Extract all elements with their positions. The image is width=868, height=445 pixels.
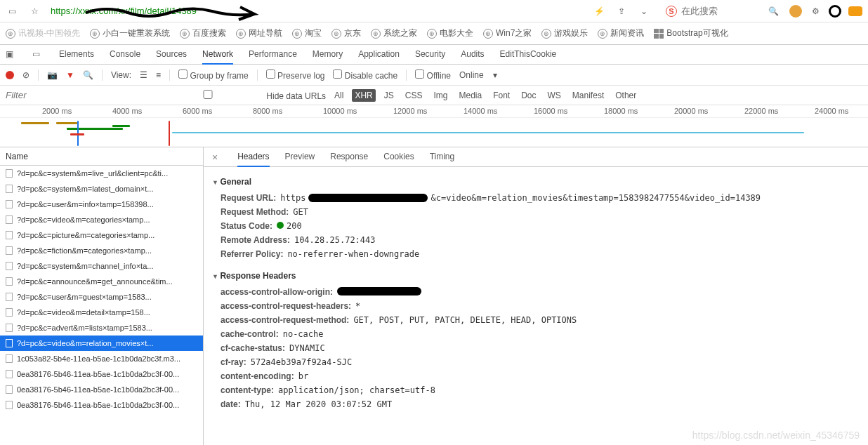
bookmark-item[interactable]: ⊕小白一键重装系统 <box>90 27 170 39</box>
view-label: View: <box>111 70 131 80</box>
request-item[interactable]: ?d=pc&c=user&m=info×tamp=158398... <box>0 197 203 212</box>
bookmark-item[interactable]: ⊕游戏娱乐 <box>541 27 588 39</box>
search-input[interactable] <box>681 6 751 16</box>
filter-type-other[interactable]: Other <box>612 89 639 102</box>
view-small-icon[interactable]: ≡ <box>156 70 161 80</box>
chevron-down-icon[interactable]: ⌄ <box>638 5 650 18</box>
response-header-row: access-control-request-method:GET, POST,… <box>212 313 860 327</box>
devtools-tab-network[interactable]: Network <box>202 45 233 65</box>
filter-type-manifest[interactable]: Manifest <box>570 89 607 102</box>
filter-type-font[interactable]: Font <box>490 89 513 102</box>
sogou-icon: S <box>666 6 677 17</box>
request-details: × HeadersPreviewResponseCookiesTiming Ge… <box>204 147 868 445</box>
request-item[interactable]: 0ea38176-5b46-11ea-b5ae-1c1b0da2bc3f-00.… <box>0 397 203 413</box>
timeline-mark: 10000 ms <box>323 107 357 115</box>
close-icon[interactable]: × <box>212 152 218 163</box>
request-item[interactable]: ?d=pc&c=video&m=relation_movies×t... <box>0 336 203 351</box>
bookmark-item[interactable]: ⊕淘宝 <box>292 27 322 39</box>
devtools-tab-console[interactable]: Console <box>110 45 140 64</box>
url-bar[interactable]: https://xxxx.com/xx/film/detail/14389 <box>51 6 197 16</box>
bookmark-item[interactable]: ⊕Win7之家 <box>483 27 532 39</box>
row-request-url: Request URL: https&c=video&m=relation_mo… <box>212 191 860 205</box>
filter-type-all[interactable]: All <box>331 89 346 102</box>
request-list-header[interactable]: Name <box>0 147 203 166</box>
offline-checkbox[interactable]: Offline <box>415 69 451 81</box>
cookie-icon[interactable] <box>789 5 802 18</box>
bookmark-item[interactable]: ⊕网址导航 <box>236 27 282 39</box>
filter-type-media[interactable]: Media <box>456 89 485 102</box>
bolt-icon[interactable]: ⚡ <box>593 5 605 18</box>
response-header-row: cf-ray:572a4eb39a7f92a4-SJC <box>212 355 860 369</box>
bookmark-item[interactable]: ⊕新闻资讯 <box>598 27 644 39</box>
inspect-icon[interactable]: ▣ <box>6 49 17 60</box>
details-tab-response[interactable]: Response <box>330 147 368 166</box>
request-item[interactable]: 0ea38176-5b46-11ea-b5ae-1c1b0da2bc3f-00.… <box>0 366 203 382</box>
filter-type-css[interactable]: CSS <box>402 89 426 102</box>
filter-type-xhr[interactable]: XHR <box>352 89 375 102</box>
request-item[interactable]: 1c053a82-5b4e-11ea-b5ae-1c1b0da2bc3f.m3.… <box>0 351 203 366</box>
game-icon[interactable] <box>848 6 862 16</box>
timeline-mark: 8000 ms <box>253 107 282 115</box>
request-item[interactable]: ?d=pc&c=picture&m=categories×tamp... <box>0 227 203 243</box>
request-item[interactable]: ?d=pc&c=video&m=detail×tamp=158... <box>0 305 203 320</box>
devtools-tab-application[interactable]: Application <box>358 45 400 64</box>
request-item[interactable]: ?d=pc&c=system&m=live_url&client=pc&ti..… <box>0 166 203 181</box>
filter-type-doc[interactable]: Doc <box>518 89 539 102</box>
details-tab-cookies[interactable]: Cookies <box>383 147 414 166</box>
group-by-frame-checkbox[interactable]: Group by frame <box>178 69 249 81</box>
bookmark-item[interactable]: ⊕电影大全 <box>427 27 473 39</box>
gear-icon[interactable]: ⚙ <box>809 5 822 18</box>
request-item[interactable]: 0ea38176-5b46-11ea-b5ae-1c1b0da2bc3f-00.… <box>0 382 203 397</box>
timeline[interactable]: 2000 ms4000 ms6000 ms8000 ms10000 ms1200… <box>0 105 868 147</box>
request-item[interactable]: ?d=pc&c=video&m=categories×tamp... <box>0 212 203 227</box>
section-general[interactable]: General <box>212 177 860 187</box>
throttle-select[interactable]: Online ▾ <box>459 70 497 80</box>
bookmark-item[interactable]: ⊕百度搜索 <box>180 27 226 39</box>
filter-input[interactable] <box>6 90 118 100</box>
request-item[interactable]: ?d=pc&c=advert&m=lists×tamp=1583... <box>0 320 203 336</box>
opera-icon[interactable] <box>829 5 841 18</box>
bookmark-item[interactable]: ⊕京东 <box>331 27 361 39</box>
filter-icon[interactable]: ▼ <box>66 70 74 80</box>
devtools-tab-elements[interactable]: Elements <box>59 45 94 64</box>
request-item[interactable]: ?d=pc&c=fiction&m=categories×tamp... <box>0 243 203 258</box>
bookmark-item[interactable]: ⊕系统之家 <box>371 27 417 39</box>
section-response-headers[interactable]: Response Headers <box>212 271 860 281</box>
filter-type-img[interactable]: Img <box>430 89 450 102</box>
filter-type-js[interactable]: JS <box>381 89 397 102</box>
details-tab-preview[interactable]: Preview <box>285 147 315 166</box>
magnify-icon[interactable]: 🔍 <box>767 5 780 18</box>
details-tab-timing[interactable]: Timing <box>430 147 455 166</box>
disable-cache-checkbox[interactable]: Disable cache <box>333 69 397 81</box>
request-item[interactable]: ?d=pc&c=system&m=channel_info×ta... <box>0 258 203 274</box>
request-item[interactable]: ?d=pc&c=user&m=guest×tamp=1583... <box>0 289 203 305</box>
request-item[interactable]: ?d=pc&c=system&m=latest_domain×t... <box>0 181 203 197</box>
devtools-tab-sources[interactable]: Sources <box>156 45 187 64</box>
devtools-tab-performance[interactable]: Performance <box>249 45 297 64</box>
devtools-tab-audits[interactable]: Audits <box>461 45 484 64</box>
star-icon[interactable]: ☆ <box>28 5 41 18</box>
request-item[interactable]: ?d=pc&c=announce&m=get_announce&tim... <box>0 274 203 289</box>
hide-data-urls-checkbox[interactable]: Hide data URLs <box>152 90 326 101</box>
camera-icon[interactable]: 📷 <box>47 70 58 80</box>
devtools-tab-security[interactable]: Security <box>415 45 445 64</box>
network-toolbar: ⊘ 📷 ▼ 🔍 View: ☰ ≡ Group by frame Preserv… <box>0 65 868 86</box>
preserve-log-checkbox[interactable]: Preserve log <box>266 69 325 81</box>
view-large-icon[interactable]: ☰ <box>140 70 147 80</box>
row-status-code: Status Code:200 <box>212 219 860 233</box>
clear-button[interactable]: ⊘ <box>22 70 29 80</box>
search-box[interactable]: S <box>660 6 757 17</box>
record-button[interactable] <box>6 71 14 79</box>
timeline-mark: 18000 ms <box>604 107 638 115</box>
search-icon[interactable]: 🔍 <box>83 70 93 80</box>
bookmark-item[interactable]: ⊕讯视频-中国领先 <box>6 27 80 39</box>
filter-type-ws[interactable]: WS <box>545 89 564 102</box>
share-icon[interactable]: ⇪ <box>615 5 628 18</box>
reader-icon[interactable]: ▭ <box>6 5 18 18</box>
request-list: Name ?d=pc&c=system&m=live_url&client=pc… <box>0 147 204 445</box>
details-tab-headers[interactable]: Headers <box>237 147 269 167</box>
device-icon[interactable]: ▭ <box>32 49 44 60</box>
bookmark-item[interactable]: Bootstrap可视化 <box>654 27 728 39</box>
devtools-tab-editthiscookie[interactable]: EditThisCookie <box>500 45 557 64</box>
devtools-tab-memory[interactable]: Memory <box>313 45 343 64</box>
